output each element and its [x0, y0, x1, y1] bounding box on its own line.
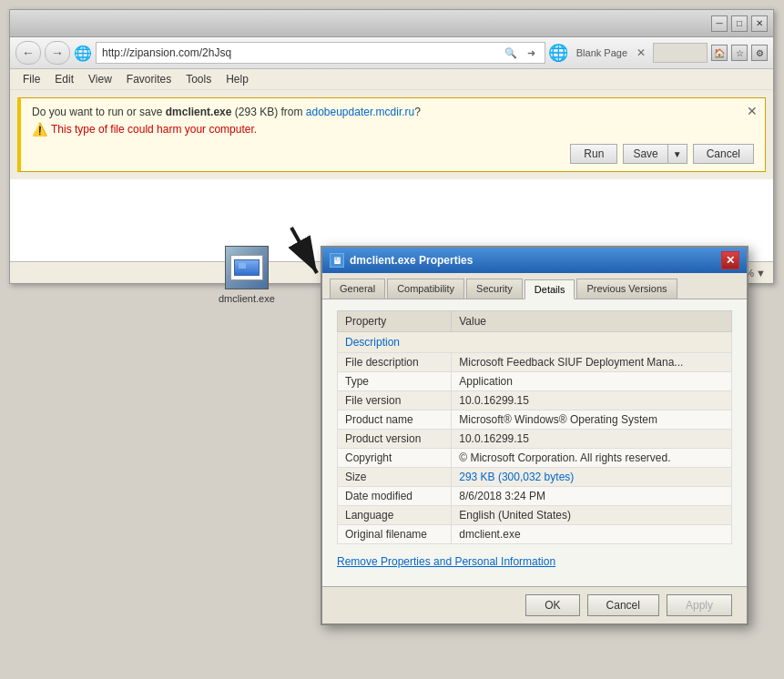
section-description-row: Description	[338, 332, 732, 353]
tab-title: Blank Page	[571, 47, 633, 58]
prop-name-cell: Product version	[338, 430, 452, 449]
save-button-split: Save ▼	[623, 144, 687, 164]
table-row: Product version10.0.16299.15	[338, 430, 732, 449]
save-button[interactable]: Save	[623, 144, 667, 164]
table-row: Date modified8/6/2018 3:24 PM	[338, 487, 732, 506]
download-msg-mid: from	[278, 106, 306, 118]
apply-button[interactable]: Apply	[667, 594, 732, 616]
download-bar: ✕ Do you want to run or save dmclient.ex…	[17, 97, 766, 172]
menu-favorites[interactable]: Favorites	[119, 71, 178, 87]
prop-name-cell: Type	[338, 372, 452, 391]
prop-name-cell: File version	[338, 391, 452, 410]
prop-name-cell: Date modified	[338, 487, 452, 506]
table-row: Copyright© Microsoft Corporation. All ri…	[338, 449, 732, 468]
menu-view[interactable]: View	[81, 71, 119, 87]
address-text: http://zipansion.com/2hJsq	[102, 46, 501, 59]
maximize-button[interactable]: □	[731, 15, 748, 32]
warning-icon: ⚠️	[32, 122, 47, 137]
forward-button[interactable]: →	[45, 41, 70, 65]
address-icons: 🔍 ➜	[501, 47, 539, 59]
warning-text: This type of file could harm your comput…	[51, 123, 257, 136]
save-dropdown-button[interactable]: ▼	[667, 144, 687, 164]
browser-toolbar: ← → 🌐 http://zipansion.com/2hJsq 🔍 ➜ 🌐 B…	[10, 37, 773, 69]
favorites-icon[interactable]: ☆	[731, 45, 748, 61]
properties-table: Property Value Description File descript…	[337, 310, 732, 544]
table-row: Size293 KB (300,032 bytes)	[338, 468, 732, 487]
prop-value-cell: 10.0.16299.15	[452, 430, 732, 449]
download-domain: adobeupdater.mcdir.ru	[306, 106, 414, 118]
download-msg-prefix: Do you want to run or save	[32, 106, 166, 118]
download-buttons: Run Save ▼ Cancel	[32, 144, 754, 164]
go-arrow-icon[interactable]: ➜	[524, 47, 539, 59]
tab-details[interactable]: Details	[524, 279, 575, 299]
table-row: File descriptionMicrosoft Feedback SIUF …	[338, 353, 732, 372]
dialog-close-button[interactable]: ✕	[721, 251, 739, 269]
back-button[interactable]: ←	[15, 41, 41, 65]
ok-button[interactable]: OK	[525, 594, 579, 616]
prop-name-cell: Size	[338, 468, 452, 487]
file-icon-inner	[230, 255, 263, 280]
menu-edit[interactable]: Edit	[47, 71, 81, 87]
prop-value-cell: 8/6/2018 3:24 PM	[452, 487, 732, 506]
download-msg-suffix: ?	[414, 106, 421, 118]
prop-value-cell: Application	[452, 372, 732, 391]
dialog-footer: OK Cancel Apply	[322, 586, 747, 623]
browser-window: ─ □ ✕ ← → 🌐 http://zipansion.com/2hJsq 🔍…	[9, 9, 774, 284]
table-row: LanguageEnglish (United States)	[338, 506, 732, 525]
prop-name-cell: File description	[338, 353, 452, 372]
file-icon-label: dmclient.exe	[219, 293, 275, 304]
titlebar-buttons: ─ □ ✕	[711, 15, 768, 32]
cancel-button-dialog[interactable]: Cancel	[587, 594, 659, 616]
dialog-tabs: General Compatibility Security Details P…	[322, 273, 747, 299]
tab-security[interactable]: Security	[466, 279, 523, 299]
prop-name-cell: Original filename	[338, 525, 452, 544]
menu-help[interactable]: Help	[219, 71, 256, 87]
empty-tab-space	[653, 43, 708, 63]
prop-value-cell: Microsoft® Windows® Operating System	[452, 410, 732, 430]
col-value: Value	[452, 311, 732, 332]
dialog-title-icon: 🖥	[330, 253, 344, 268]
file-icon-screen	[234, 259, 260, 276]
run-button[interactable]: Run	[570, 144, 617, 164]
tab-previous-versions[interactable]: Previous Versions	[576, 279, 677, 299]
tab-close-icon[interactable]: ✕	[636, 46, 646, 59]
svg-line-1	[291, 228, 317, 273]
prop-value-cell: 10.0.16299.15	[452, 391, 732, 410]
col-property: Property	[338, 311, 452, 332]
table-row: Original filenamedmclient.exe	[338, 525, 732, 544]
dialog-content: Property Value Description File descript…	[322, 299, 747, 586]
menu-tools[interactable]: Tools	[178, 71, 219, 87]
dialog-title-text: dmclient.exe Properties	[350, 254, 473, 267]
tab-general[interactable]: General	[330, 279, 385, 299]
dialog-title-left: 🖥 dmclient.exe Properties	[330, 253, 473, 268]
zoom-dropdown-icon[interactable]: ▼	[756, 268, 766, 279]
search-icon[interactable]: 🔍	[501, 47, 521, 59]
minimize-button[interactable]: ─	[711, 15, 728, 32]
prop-value-cell: English (United States)	[452, 506, 732, 525]
settings-icon[interactable]: ⚙	[751, 45, 768, 61]
prop-name-cell: Product name	[338, 410, 452, 430]
table-row: Product nameMicrosoft® Windows® Operatin…	[338, 410, 732, 430]
section-description-label: Description	[338, 332, 732, 353]
prop-value-cell: dmclient.exe	[452, 525, 732, 544]
home-icon[interactable]: 🏠	[711, 45, 728, 61]
properties-dialog: 🖥 dmclient.exe Properties ✕ General Comp…	[321, 246, 748, 625]
ie-logo: 🌐	[74, 44, 92, 62]
prop-name-cell: Language	[338, 506, 452, 525]
tab-compatibility[interactable]: Compatibility	[387, 279, 464, 299]
download-bar-close[interactable]: ✕	[747, 104, 758, 118]
remove-properties-link[interactable]: Remove Properties and Personal Informati…	[337, 555, 732, 568]
browser-titlebar: ─ □ ✕	[10, 10, 773, 37]
table-row: TypeApplication	[338, 372, 732, 391]
download-filename: dmclient.exe	[166, 106, 232, 118]
menu-file[interactable]: File	[15, 71, 47, 87]
menu-bar: File Edit View Favorites Tools Help	[10, 69, 773, 90]
download-message: Do you want to run or save dmclient.exe …	[32, 106, 754, 118]
table-row: File version10.0.16299.15	[338, 391, 732, 410]
dialog-titlebar: 🖥 dmclient.exe Properties ✕	[322, 248, 747, 273]
cancel-button[interactable]: Cancel	[693, 144, 754, 164]
download-size: (293 KB)	[235, 106, 278, 118]
address-bar[interactable]: http://zipansion.com/2hJsq 🔍 ➜	[96, 42, 545, 64]
close-button[interactable]: ✕	[751, 15, 768, 32]
ie-tab-logo: 🌐	[549, 44, 567, 62]
